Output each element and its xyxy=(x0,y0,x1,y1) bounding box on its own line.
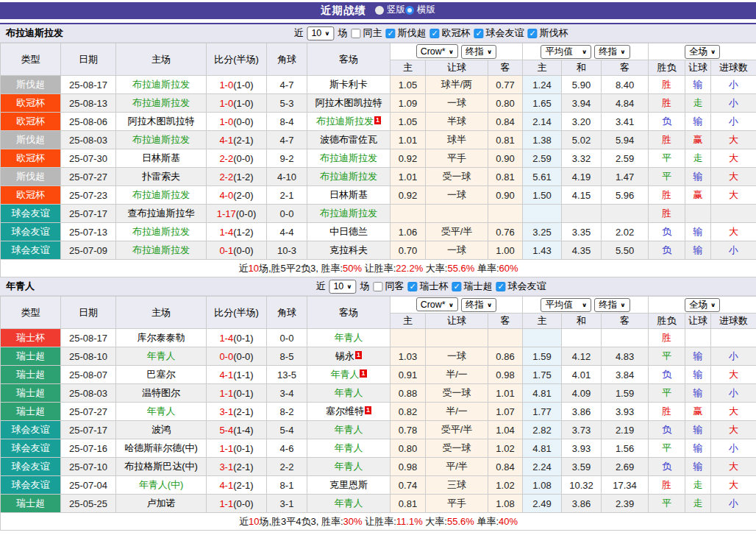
team-name[interactable]: 温特图尔 xyxy=(142,387,180,398)
away-team-cell: 克里恩斯 xyxy=(307,476,391,495)
red-card-badge: 1 xyxy=(360,369,366,378)
league-filter-checkbox[interactable]: 瑞士超 xyxy=(452,280,493,293)
team-name[interactable]: 年青人 xyxy=(147,350,176,361)
team-name[interactable]: 年青人 xyxy=(335,461,363,472)
team-name[interactable]: 布拉迪斯拉发 xyxy=(316,116,374,127)
checkbox-checked-icon[interactable] xyxy=(408,282,418,291)
result-handicap-bet: 输 xyxy=(685,439,711,458)
league-filter-checkbox[interactable]: 瑞士杯 xyxy=(408,280,449,293)
avg-home-odds: 1.43 xyxy=(523,241,562,260)
results-table: 类型日期主场比分(半场)角球客场Crow*终指平均值终指全场主让球客主和客胜负让… xyxy=(0,296,756,531)
scope-select[interactable]: 全场 xyxy=(685,298,720,312)
team-name[interactable]: 锡永 xyxy=(335,350,354,361)
team-name[interactable]: 年青人 xyxy=(335,442,363,453)
same-venue-filter[interactable]: 同主 xyxy=(352,26,382,40)
match-count-select[interactable]: 10 xyxy=(329,280,356,294)
team-name[interactable]: 波鸿 xyxy=(151,424,171,435)
scope-select[interactable]: 全场 xyxy=(685,45,720,59)
checkbox-unchecked-icon[interactable] xyxy=(352,29,361,38)
team-name[interactable]: 查布拉迪斯拉华 xyxy=(128,208,195,219)
avg-time-select[interactable]: 终指 xyxy=(594,298,630,312)
score-cell: 1-4(0-1) xyxy=(207,329,267,347)
team-name[interactable]: 阿拉木图凯拉特 xyxy=(128,116,195,127)
team-name[interactable]: 布拉迪斯拉发 xyxy=(132,79,190,90)
crow-away-odds: 1.07 xyxy=(488,403,523,421)
sub-column-header: 主 xyxy=(523,60,562,76)
checkbox-checked-icon[interactable] xyxy=(386,29,396,38)
corners-cell: 4-7 xyxy=(267,131,307,149)
team-name[interactable]: 巴塞尔 xyxy=(147,369,176,380)
team-name[interactable]: 年青人 xyxy=(335,387,363,398)
team-name[interactable]: 哈德斯菲尔德(中) xyxy=(124,442,198,453)
avg-draw-odds: 4.01 xyxy=(562,366,602,384)
checkbox-checked-icon[interactable] xyxy=(528,29,538,38)
bookmaker-select[interactable]: Crow* xyxy=(416,297,458,311)
team-name[interactable]: 年青人(中) xyxy=(139,479,184,490)
checkbox-checked-icon[interactable] xyxy=(474,29,484,38)
team-name[interactable]: 年青人 xyxy=(335,332,363,343)
sub-column-header: 主 xyxy=(391,60,426,76)
league-filter-checkbox[interactable]: 球会友谊 xyxy=(496,280,546,293)
team-name[interactable]: 布拉迪斯拉发 xyxy=(132,97,190,108)
league-filter-checkbox[interactable]: 斯伐杯 xyxy=(528,26,568,40)
book-time-select[interactable]: 终指 xyxy=(461,298,496,312)
team-name[interactable]: 布拉迪斯拉发 xyxy=(132,189,190,200)
team-name[interactable]: 波德布雷佐瓦 xyxy=(320,134,377,145)
result-goals-bet: 大 xyxy=(711,403,756,421)
team-name[interactable]: 克里恩斯 xyxy=(329,479,368,490)
team-name[interactable]: 斯卡利卡 xyxy=(329,79,368,90)
team-name[interactable]: 年青人 xyxy=(147,406,176,417)
match-filters: 近10场同客瑞士杯瑞士超球会友谊 xyxy=(315,280,546,294)
bookmaker-select[interactable]: Crow* xyxy=(416,44,458,58)
team-name[interactable]: 布拉迪斯拉发 xyxy=(320,152,377,163)
checkbox-checked-icon[interactable] xyxy=(496,282,506,291)
team-name[interactable]: 日林斯基 xyxy=(329,189,368,200)
team-name[interactable]: 库尔泰泰勒 xyxy=(138,332,185,343)
team-name[interactable]: 扑雷索夫 xyxy=(142,171,180,182)
result-goals-bet: 大 xyxy=(711,186,756,205)
team-name[interactable]: 布拉迪斯拉发 xyxy=(132,134,190,145)
layout-radio-selected[interactable]: 横版 xyxy=(405,4,435,16)
result-text: 平 xyxy=(662,387,671,398)
team-name[interactable]: 塞尔维特 xyxy=(326,406,364,417)
league-badge: 斯伐超 xyxy=(1,76,61,94)
match-count-select[interactable]: 10 xyxy=(307,26,334,40)
crow-away-odds: 0.81 xyxy=(488,168,523,186)
team-name[interactable]: 年青人 xyxy=(330,369,359,380)
away-team-cell: 锡永1 xyxy=(307,347,391,366)
avg-time-select[interactable]: 终指 xyxy=(594,45,630,59)
team-name[interactable]: 卢加诺 xyxy=(147,498,176,509)
average-select[interactable]: 平均值 xyxy=(541,45,591,59)
avg-away-odds: 4.84 xyxy=(602,94,649,113)
title-bar: 近期战绩 竖版横版 xyxy=(0,2,756,19)
checkbox-unchecked-icon[interactable] xyxy=(374,282,383,291)
book-time-select[interactable]: 终指 xyxy=(461,45,496,59)
radio-selected-icon[interactable] xyxy=(405,6,414,15)
team-name[interactable]: 日林斯基 xyxy=(142,152,180,163)
team-name[interactable]: 年青人 xyxy=(335,424,363,435)
team-name[interactable]: 布拉迪斯拉发 xyxy=(320,208,377,219)
team-name[interactable]: 布拉迪斯拉发 xyxy=(132,226,190,237)
team-name[interactable]: 阿拉木图凯拉特 xyxy=(315,97,382,108)
league-filter-checkbox[interactable]: 欧冠杯 xyxy=(430,26,471,40)
radio-icon[interactable] xyxy=(375,6,384,15)
book-odds-group: Crow*终指 xyxy=(391,297,523,314)
league-filter-checkbox[interactable]: 斯伐超 xyxy=(386,26,427,40)
team-name[interactable]: 布拉迪斯拉发 xyxy=(132,244,190,255)
crow-away-odds: 1.01 xyxy=(488,384,523,403)
result-text: 输 xyxy=(693,442,703,453)
home-team-cell: 布拉格斯巴达(中) xyxy=(116,458,207,476)
team-name[interactable]: 布拉迪斯拉发 xyxy=(320,171,377,182)
layout-radio-option[interactable]: 竖版 xyxy=(375,4,405,16)
team-name[interactable]: 克拉科夫 xyxy=(329,244,368,255)
average-select[interactable]: 平均值 xyxy=(541,298,591,312)
checkbox-checked-icon[interactable] xyxy=(452,282,462,291)
summary-segment: 55.6% xyxy=(447,263,474,274)
fulltime-score: 1-1 xyxy=(219,388,233,399)
same-venue-filter[interactable]: 同客 xyxy=(374,280,404,293)
team-name[interactable]: 中日德兰 xyxy=(329,226,368,237)
team-name[interactable]: 布拉格斯巴达(中) xyxy=(124,461,198,472)
league-filter-checkbox[interactable]: 球会友谊 xyxy=(474,26,524,40)
team-name[interactable]: 年青人 xyxy=(335,498,363,509)
checkbox-checked-icon[interactable] xyxy=(430,29,440,38)
